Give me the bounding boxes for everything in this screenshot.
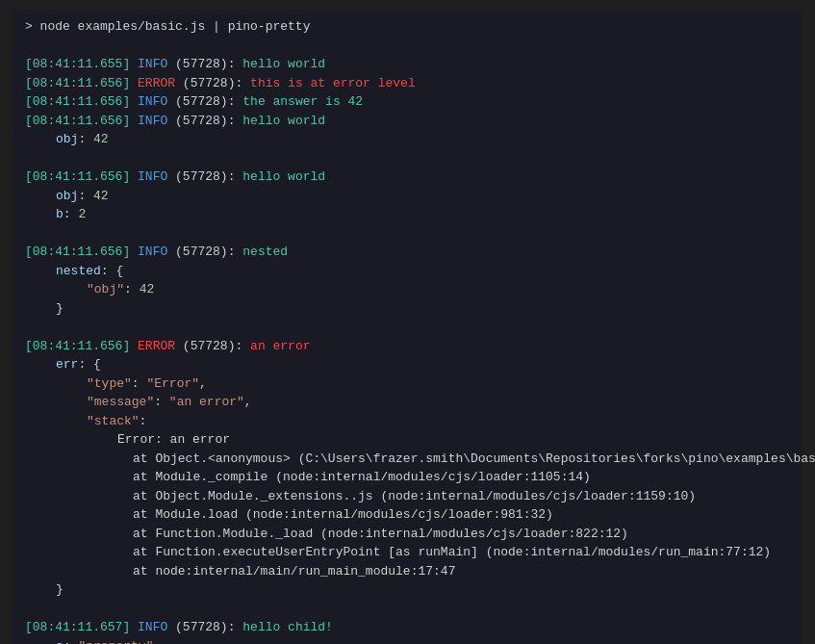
message: hello world [242,114,325,128]
timestamp: [08:41:11.656] [25,245,130,259]
value: "message" [87,395,154,409]
message: an error [250,339,310,353]
pid: (57728): [175,245,235,259]
stack-text: at Object.<anonymous> (C:\Users\frazer.s… [133,451,815,466]
key: b [56,207,64,221]
stack-line: at Object.Module._extensions..js (node:i… [25,487,790,506]
stack-text: at Module.load (node:internal/modules/cj… [133,507,553,522]
value: 2 [78,207,86,221]
value: "type" [87,376,132,391]
timestamp: [08:41:11.656] [25,169,130,184]
log-line-3: [08:41:11.656] INFO (57728): the answer … [25,92,790,112]
stack-text: at Module._compile (node:internal/module… [133,470,591,484]
log-extra: "stack": [25,412,790,431]
stack-text: at Function.executeUserEntryPoint [as ru… [133,545,771,559]
stack-text: Error: an error [117,432,230,447]
message: the answer is 42 [242,94,363,109]
log-extra: b: 2 [25,205,790,224]
blank-line-5 [25,600,790,619]
stack-line: at Function.Module._load (node:internal/… [25,525,790,544]
timestamp: [08:41:11.655] [25,57,130,71]
stack-text: at Function.Module._load (node:internal/… [133,527,628,541]
message: nested [242,245,288,259]
level-info: INFO [138,57,167,71]
log-extra: } [25,580,790,600]
message: hello child! [242,620,333,634]
pid: (57728): [175,114,235,128]
stack-text: at Object.Module._extensions..js (node:i… [133,489,696,503]
blank-line-1 [25,37,790,56]
blank-line-3 [25,224,790,244]
stack-text: at node:internal/main/run_main_module:17… [133,564,455,579]
message: this is at error level [250,76,416,90]
log-extra: } [25,299,790,319]
log-line-6: [08:41:11.656] INFO (57728): nested [25,243,790,262]
log-line-5: [08:41:11.656] INFO (57728): hello world [25,167,790,187]
value: "property" [78,639,153,645]
level-error: ERROR [138,339,175,353]
key: obj [56,132,78,146]
terminal-window: > node examples/basic.js | pino-pretty [… [13,10,802,644]
level-info: INFO [138,94,167,109]
pid: (57728): [183,76,242,90]
value: 42 [140,282,155,296]
stack-line: at Module.load (node:internal/modules/cj… [25,505,790,525]
value: "stack" [87,414,140,428]
level-info: INFO [138,114,167,128]
pid: (57728): [183,339,242,353]
log-line-1: [08:41:11.655] INFO (57728): hello world [25,55,790,74]
log-line-4: [08:41:11.656] INFO (57728): hello world [25,112,790,131]
log-extra: obj: 42 [25,130,790,149]
timestamp: [08:41:11.656] [25,76,130,90]
key: obj [56,189,78,203]
log-extra: obj: 42 [25,187,790,206]
message: hello world [242,57,325,71]
level-info: INFO [138,169,167,184]
log-extra: err: { [25,355,790,374]
pid: (57728): [175,169,235,184]
stack-line: at Function.executeUserEntryPoint [as ru… [25,543,790,562]
key: nested [56,264,101,278]
log-line-7: [08:41:11.656] ERROR (57728): an error [25,337,790,356]
timestamp: [08:41:11.657] [25,620,130,634]
value: "an error" [169,395,244,409]
level-info: INFO [138,245,167,259]
value: 42 [93,189,109,203]
message: hello world [242,169,325,184]
blank-line-2 [25,149,790,168]
timestamp: [08:41:11.656] [25,94,130,109]
log-extra: "message": "an error", [25,393,790,412]
key: err [56,357,78,372]
value: 42 [93,132,109,146]
pid: (57728): [175,94,235,109]
pid: (57728): [175,57,235,71]
blank-line-4 [25,318,790,337]
value: "obj" [87,282,124,296]
timestamp: [08:41:11.656] [25,339,130,353]
log-extra: "obj": 42 [25,280,790,299]
log-extra: "type": "Error", [25,374,790,394]
stack-line: at node:internal/main/run_main_module:17… [25,562,790,581]
log-line-2: [08:41:11.656] ERROR (57728): this is at… [25,74,790,93]
pid: (57728): [175,620,235,634]
log-extra: nested: { [25,262,790,281]
value: "Error" [146,376,199,391]
log-line-8: [08:41:11.657] INFO (57728): hello child… [25,618,790,637]
timestamp: [08:41:11.656] [25,114,130,128]
key: a [56,639,64,645]
stack-line: at Module._compile (node:internal/module… [25,468,790,487]
stack-line: Error: an error [25,430,790,450]
command-line: > node examples/basic.js | pino-pretty [25,17,790,37]
level-error: ERROR [138,76,175,90]
level-info: INFO [138,620,167,634]
stack-line: at Object.<anonymous> (C:\Users\frazer.s… [25,450,790,469]
log-extra: a: "property" [25,637,790,645]
